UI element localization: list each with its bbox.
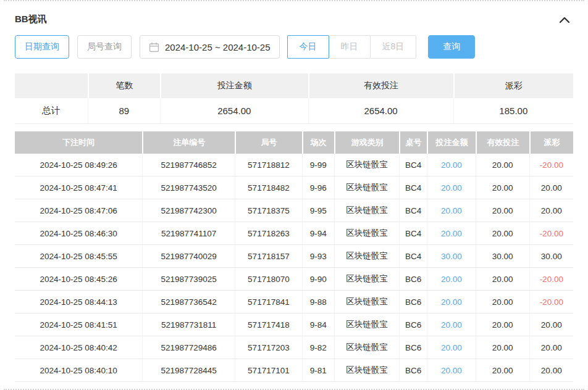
cell-game-type: 区块链骰宝	[334, 359, 399, 382]
table-row: 2024-10-25 08:46:30 521987741107 5717182…	[15, 222, 573, 245]
cell-bet-amount-link[interactable]: 20.00	[427, 199, 476, 222]
cell-session: 9-82	[302, 336, 334, 359]
header-game-type: 游戏类别	[334, 131, 399, 154]
table-row: 2024-10-25 08:41:51 521987731811 5717174…	[15, 313, 573, 336]
cell-valid-bet: 20.00	[476, 222, 529, 245]
cell-order-no: 521987741107	[142, 222, 235, 245]
cell-payout: 20.00	[529, 336, 573, 359]
quick-range-group: 今日 昨日 近8日	[288, 35, 417, 59]
search-button[interactable]: 查询	[428, 35, 475, 59]
quick-last8days-button[interactable]: 近8日	[370, 35, 417, 59]
cell-bet-time: 2024-10-25 08:47:41	[15, 176, 142, 199]
cell-bet-amount-link[interactable]: 20.00	[427, 359, 476, 382]
cell-valid-bet: 20.00	[476, 176, 529, 199]
cell-round-no: 571717841	[235, 291, 301, 313]
summary-total-bet-amount: 2654.00	[160, 98, 308, 124]
collapse-chevron-up-icon[interactable]	[558, 15, 571, 24]
header-payout: 派彩	[529, 131, 573, 154]
cell-bet-time: 2024-10-25 08:45:26	[15, 268, 142, 291]
cell-order-no: 521987740029	[142, 245, 235, 268]
cell-bet-amount-link[interactable]: 20.00	[427, 336, 476, 359]
date-query-tab[interactable]: 日期查询	[15, 35, 69, 59]
cell-session: 9-90	[302, 268, 334, 291]
cell-session: 9-95	[302, 199, 334, 222]
cell-valid-bet: 20.00	[476, 313, 529, 336]
cell-round-no: 571717101	[235, 359, 301, 382]
cell-valid-bet: 20.00	[476, 359, 529, 382]
page-title: BB视讯	[15, 14, 47, 25]
header-bet-time: 下注时间	[15, 131, 142, 154]
cell-game-type: 区块链骰宝	[334, 268, 399, 291]
cell-valid-bet: 30.00	[476, 245, 529, 268]
summary-total-count: 89	[88, 98, 161, 124]
records-header-row: 下注时间 注单编号 局号 场次 游戏类别 桌号 投注金额 有效投注 派彩	[15, 131, 573, 154]
cell-payout: -20.00	[529, 268, 573, 291]
cell-bet-amount-link[interactable]: 30.00	[427, 245, 476, 268]
cell-game-type: 区块链骰宝	[334, 199, 399, 222]
table-row: 2024-10-25 08:40:42 521987729486 5717172…	[15, 336, 573, 359]
cell-table-no: BC6	[399, 336, 427, 359]
summary-header-valid-bet: 有效投注	[308, 73, 453, 98]
cell-round-no: 571718263	[235, 222, 301, 245]
cell-session: 9-84	[302, 313, 334, 336]
cell-bet-time: 2024-10-25 08:49:26	[15, 154, 142, 176]
cell-order-no: 521987731811	[142, 313, 235, 336]
cell-bet-amount-link[interactable]: 20.00	[427, 268, 476, 291]
cell-valid-bet: 20.00	[476, 336, 529, 359]
cell-bet-time: 2024-10-25 08:46:30	[15, 222, 142, 245]
cell-game-type: 区块链骰宝	[334, 222, 399, 245]
cell-session: 9-94	[302, 222, 334, 245]
cell-payout: 20.00	[529, 359, 573, 382]
summary-total-label: 总计	[15, 98, 88, 124]
cell-order-no: 521987743520	[142, 176, 235, 199]
cell-round-no: 571718070	[235, 268, 301, 291]
cell-table-no: BC6	[399, 359, 427, 382]
quick-today-button[interactable]: 今日	[287, 35, 329, 59]
cell-order-no: 521987736542	[142, 291, 235, 313]
date-range-value: 2024-10-25 ~ 2024-10-25	[165, 42, 271, 52]
summary-header-row: 笔数 投注金额 有效投注 派彩	[15, 73, 573, 98]
summary-total-row: 总计 89 2654.00 2654.00 185.00	[15, 98, 573, 124]
cell-table-no: BC6	[399, 291, 427, 313]
cell-order-no: 521987746852	[142, 154, 235, 176]
cell-payout: 20.00	[529, 199, 573, 222]
cell-bet-time: 2024-10-25 08:45:55	[15, 245, 142, 268]
cell-bet-amount-link[interactable]: 20.00	[427, 222, 476, 245]
summary-total-valid-bet: 2654.00	[308, 98, 453, 124]
cell-bet-time: 2024-10-25 08:40:10	[15, 359, 142, 382]
summary-header-payout: 派彩	[453, 73, 573, 98]
quick-yesterday-button[interactable]: 昨日	[329, 35, 371, 59]
cell-table-no: BC4	[399, 245, 427, 268]
cell-game-type: 区块链骰宝	[334, 313, 399, 336]
cell-bet-amount-link[interactable]: 20.00	[427, 291, 476, 313]
table-row: 2024-10-25 08:45:55 521987740029 5717181…	[15, 245, 573, 268]
cell-session: 9-88	[302, 291, 334, 313]
header-round-no: 局号	[235, 131, 301, 154]
section-header: BB视讯	[0, 1, 588, 31]
cell-session: 9-93	[302, 245, 334, 268]
records-table: 下注时间 注单编号 局号 场次 游戏类别 桌号 投注金额 有效投注 派彩 202…	[15, 131, 573, 382]
summary-header-blank	[15, 73, 88, 98]
table-row: 2024-10-25 08:47:06 521987742300 5717183…	[15, 199, 573, 222]
cell-order-no: 521987739025	[142, 268, 235, 291]
cell-bet-amount-link[interactable]: 20.00	[427, 176, 476, 199]
cell-table-no: BC4	[399, 199, 427, 222]
cell-bet-time: 2024-10-25 08:44:13	[15, 291, 142, 313]
cell-round-no: 571717203	[235, 336, 301, 359]
round-query-tab[interactable]: 局号查询	[77, 35, 132, 59]
header-order-no: 注单编号	[142, 131, 235, 154]
cell-session: 9-81	[302, 359, 334, 382]
cell-bet-amount-link[interactable]: 20.00	[427, 154, 476, 176]
table-row: 2024-10-25 08:40:10 521987728445 5717171…	[15, 359, 573, 382]
betting-records-page: BB视讯 日期查询 局号查询 2024-10-25 ~ 2024-10-25 今…	[0, 0, 588, 390]
summary-header-count: 笔数	[88, 73, 161, 98]
cell-bet-amount-link[interactable]: 20.00	[427, 313, 476, 336]
table-row: 2024-10-25 08:44:13 521987736542 5717178…	[15, 291, 573, 313]
header-session: 场次	[302, 131, 334, 154]
date-range-input[interactable]: 2024-10-25 ~ 2024-10-25	[140, 35, 280, 59]
cell-game-type: 区块链骰宝	[334, 291, 399, 313]
table-row: 2024-10-25 08:45:26 521987739025 5717180…	[15, 268, 573, 291]
cell-table-no: BC4	[399, 154, 427, 176]
cell-session: 9-96	[302, 176, 334, 199]
cell-round-no: 571717418	[235, 313, 301, 336]
